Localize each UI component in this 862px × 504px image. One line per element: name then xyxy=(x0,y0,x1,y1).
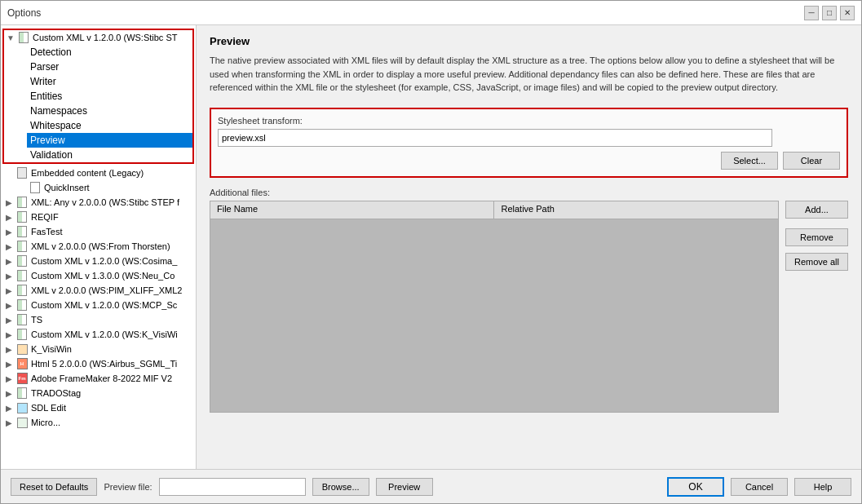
tree-item-fastest[interactable]: ▶ FasTest xyxy=(1,224,196,239)
sub-item-validation[interactable]: Validation xyxy=(27,148,192,162)
ts-icon xyxy=(15,314,29,325)
expand-icon-html5: ▶ xyxy=(4,359,14,369)
tree-item-customkvisi[interactable]: ▶ Custom XML v 1.2.0.0 (WS:K_VisiWi xyxy=(1,327,196,342)
tree-label: TRADOStag xyxy=(31,388,81,398)
sub-item-writer[interactable]: Writer xyxy=(27,74,192,89)
customcosima-icon xyxy=(15,255,29,267)
preview-button[interactable]: Preview xyxy=(376,478,433,496)
micro-icon xyxy=(15,417,29,428)
tree-item-custommcp[interactable]: ▶ Custom XML v 1.2.0.0 (WS:MCP_Sc xyxy=(1,298,196,312)
tree-label: SDL Edit xyxy=(31,403,66,413)
tree-label: XML v 2.0.0.0 (WS:PIM_XLIFF_XML2 xyxy=(31,285,182,295)
browse-button[interactable]: Browse... xyxy=(312,478,369,496)
ok-button[interactable]: OK xyxy=(667,477,724,497)
tree-label: Adobe FrameMaker 8-2022 MIF V2 xyxy=(31,374,172,383)
customkvisi-icon xyxy=(15,329,29,340)
sub-item-label: Preview xyxy=(30,135,65,146)
main-content: ▼ Custom XML v 1.2.0.0 (WS:Stibc ST Dete… xyxy=(1,25,861,469)
xmlany-icon xyxy=(15,197,29,208)
expand-icon-fastest: ▶ xyxy=(4,227,14,237)
add-button[interactable]: Add... xyxy=(785,201,848,219)
clear-button[interactable]: Clear xyxy=(783,152,840,170)
xmlthorsten-icon xyxy=(15,241,29,252)
options-window: Options ─ □ ✕ ▼ Custom XML v 1.2.0.0 (WS… xyxy=(0,0,862,504)
tree-item-embedded[interactable]: ▶ Embedded content (Legacy) xyxy=(1,166,196,180)
tree-item-reqif[interactable]: ▶ REQIF xyxy=(1,210,196,224)
embedded-icon xyxy=(15,167,29,179)
sub-item-label: Writer xyxy=(30,76,56,87)
reqif-icon xyxy=(15,211,29,223)
restore-button[interactable]: □ xyxy=(822,6,837,20)
select-button[interactable]: Select... xyxy=(721,152,778,170)
tree-item-html5[interactable]: ▶ H Html 5 2.0.0.0 (WS:Airbus_SGML_Ti xyxy=(1,356,196,371)
tree-item-micro[interactable]: ▶ Micro... xyxy=(1,415,196,430)
tree-item-xmlthorsten[interactable]: ▶ XML v 2.0.0.0 (WS:From Thorsten) xyxy=(1,239,196,254)
tree-label: K_VisiWin xyxy=(31,344,72,354)
tree-label: Custom XML v 1.2.0.0 (WS:MCP_Sc xyxy=(31,300,177,310)
tree-item-kvisiwin[interactable]: ▶ K_VisiWin xyxy=(1,342,196,356)
remove-button[interactable]: Remove xyxy=(785,228,848,246)
tree-label: XML v 2.0.0.0 (WS:From Thorsten) xyxy=(31,241,170,251)
tree-item-xmlpim[interactable]: ▶ XML v 2.0.0.0 (WS:PIM_XLIFF_XML2 xyxy=(1,283,196,298)
expand-icon-custommcp: ▶ xyxy=(4,300,14,310)
custommcp-icon xyxy=(15,299,29,311)
right-panel: Preview The native preview associated wi… xyxy=(197,25,861,469)
expand-icon-xmlpim: ▶ xyxy=(4,285,14,295)
framemaker-icon: Fm xyxy=(15,373,29,384)
remove-all-button[interactable]: Remove all xyxy=(785,253,848,271)
sub-item-label: Validation xyxy=(30,149,73,161)
preview-file-label: Preview file: xyxy=(104,482,152,492)
tree-item-xmlany[interactable]: ▶ XML: Any v 2.0.0.0 (WS:Stibc STEP f xyxy=(1,195,196,210)
sub-items-container: Detection Parser Writer Entities Namespa… xyxy=(27,45,192,162)
tree-item-customneuco[interactable]: ▶ Custom XML v 1.3.0.0 (WS:Neu_Co xyxy=(1,268,196,283)
expand-icon-ts: ▶ xyxy=(4,315,14,325)
expand-icon: ▼ xyxy=(6,33,15,42)
window-title: Options xyxy=(7,7,41,19)
tree-label: Embedded content (Legacy) xyxy=(31,168,144,178)
sub-item-detection[interactable]: Detection xyxy=(27,45,192,60)
reset-defaults-button[interactable]: Reset to Defaults xyxy=(11,478,97,496)
cancel-button[interactable]: Cancel xyxy=(731,478,788,496)
expand-icon-tradostag: ▶ xyxy=(4,388,14,398)
tree-label: TS xyxy=(31,315,42,325)
table-buttons: Add... Remove Remove all xyxy=(785,201,848,413)
preview-file-input[interactable] xyxy=(159,478,306,496)
tree-label: Custom XML v 1.2.0.0 (WS:Cosima_ xyxy=(31,256,177,266)
stylesheet-label: Stylesheet transform: xyxy=(218,116,840,126)
additional-files-label: Additional files: xyxy=(210,188,848,197)
tree-item-quickinsert[interactable]: ▶ QuickInsert xyxy=(1,180,196,195)
html5-icon: H xyxy=(15,358,29,369)
expand-icon-reqif: ▶ xyxy=(4,212,14,222)
tree-item-tradostag[interactable]: ▶ TRADOStag xyxy=(1,386,196,400)
customneuco-icon xyxy=(15,270,29,281)
left-panel: ▼ Custom XML v 1.2.0.0 (WS:Stibc ST Dete… xyxy=(1,25,197,469)
sub-item-preview[interactable]: Preview xyxy=(27,133,192,148)
sub-item-parser[interactable]: Parser xyxy=(27,60,192,74)
files-table-container: File Name Relative Path Add... Remove Re… xyxy=(210,201,848,413)
table-header: File Name Relative Path xyxy=(210,201,778,219)
sub-item-whitespace[interactable]: Whitespace xyxy=(27,118,192,133)
help-button[interactable]: Help xyxy=(794,478,851,496)
tree-label: Html 5 2.0.0.0 (WS:Airbus_SGML_Ti xyxy=(31,359,177,369)
tree-item-ts[interactable]: ▶ TS xyxy=(1,312,196,327)
close-button[interactable]: ✕ xyxy=(840,6,855,20)
kvisiwin-icon xyxy=(15,343,29,355)
bottom-bar: Reset to Defaults Preview file: Browse..… xyxy=(1,469,861,503)
tree-item-custom-xml-top[interactable]: ▼ Custom XML v 1.2.0.0 (WS:Stibc ST xyxy=(4,30,192,45)
sub-item-namespaces[interactable]: Namespaces xyxy=(27,104,192,118)
tradostag-icon xyxy=(15,387,29,399)
tree-label: FasTest xyxy=(31,227,63,237)
minimize-button[interactable]: ─ xyxy=(804,6,819,20)
expand-icon-framemaker: ▶ xyxy=(4,374,14,383)
sub-item-label: Entities xyxy=(30,91,62,102)
table-body xyxy=(210,219,778,413)
tree-item-label: Custom XML v 1.2.0.0 (WS:Stibc ST xyxy=(33,33,177,42)
tree-item-customcosima[interactable]: ▶ Custom XML v 1.2.0.0 (WS:Cosima_ xyxy=(1,254,196,268)
sub-item-entities[interactable]: Entities xyxy=(27,89,192,104)
red-border-tree-group: ▼ Custom XML v 1.2.0.0 (WS:Stibc ST Dete… xyxy=(2,29,194,164)
tree-item-sdledit[interactable]: ▶ SDL Edit xyxy=(1,400,196,415)
tree-item-framemaker[interactable]: ▶ Fm Adobe FrameMaker 8-2022 MIF V2 xyxy=(1,371,196,386)
stylesheet-input[interactable] xyxy=(218,129,772,147)
xmlpim-icon xyxy=(15,285,29,296)
quickinsert-icon xyxy=(29,182,42,193)
